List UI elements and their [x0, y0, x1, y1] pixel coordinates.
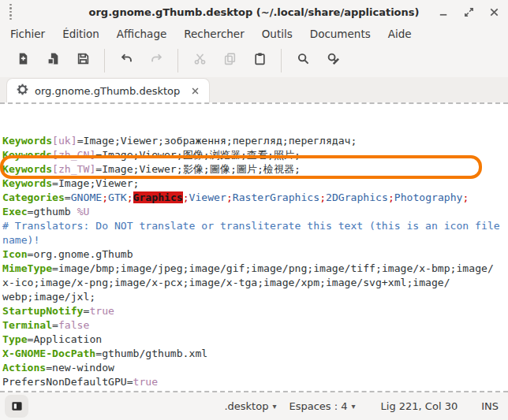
side-panel-toggle-button[interactable]: [5, 395, 28, 418]
redo-icon: [150, 52, 163, 69]
side-panel-icon: [11, 400, 23, 412]
code-line: Keywords[uk]=Image;Viewer;зображення;пер…: [2, 134, 508, 148]
toolbar-separator: [177, 49, 178, 72]
copy-button[interactable]: [219, 50, 240, 71]
window-drag-handle-icon: [9, 4, 12, 20]
tab-width-selector[interactable]: Espaces : 4 ▾: [284, 397, 360, 415]
insert-mode-indicator: INS: [481, 400, 499, 412]
code-line: Keywords[zh_TW]=Image;Viewer;影像;圖像;圖片;檢視…: [2, 162, 508, 177]
close-icon[interactable]: [487, 6, 500, 18]
tab-close-icon[interactable]: [191, 87, 200, 95]
toolbar-separator: [281, 49, 282, 72]
code-line: Terminal=false: [2, 318, 508, 333]
status-right: .desktop ▾ Espaces : 4 ▾ Lig 221, Col 30…: [219, 397, 499, 415]
open-document-icon: [47, 52, 60, 69]
code-line: # Translators: Do NOT translate or trans…: [2, 219, 508, 233]
search-icon: [297, 52, 310, 69]
code-line: webp;image/jxl;: [2, 290, 508, 304]
code-line: Keywords=Image;Viewer;: [2, 177, 508, 191]
code-line: PrefersNonDefaultGPU=true: [2, 375, 508, 389]
tab-width-label: Espaces : 4: [289, 400, 347, 412]
menu-fichier[interactable]: Fichier: [2, 25, 54, 43]
language-label: .desktop: [224, 400, 268, 412]
copy-icon: [223, 52, 237, 69]
editor-content: Keywords[uk]=Image;Viewer;зображення;пер…: [2, 134, 508, 392]
chevron-down-icon: ▾: [272, 402, 276, 411]
new-document-button[interactable]: [13, 50, 33, 71]
code-line: Categories=GNOME;GTK;Graphics;Viewer;Ras…: [2, 191, 508, 205]
code-line: name)!: [2, 233, 508, 247]
minimize-icon[interactable]: [437, 6, 450, 18]
code-line: x-ico;image/x-png;image/x-pcx;image/x-tg…: [2, 276, 508, 290]
paste-button[interactable]: [249, 50, 270, 71]
title-bar: org.gnome.gThumb.desktop (~/.local/share…: [0, 0, 508, 24]
undo-icon: [120, 52, 133, 69]
text-editor-area[interactable]: Keywords[uk]=Image;Viewer;зображення;пер…: [0, 102, 508, 392]
code-line: StartupNotify=true: [2, 304, 508, 318]
code-line: [2, 389, 508, 392]
chevron-down-icon: ▾: [352, 402, 356, 411]
search-and-replace-icon: [327, 52, 340, 69]
save-document-icon: [77, 52, 90, 69]
cut-button[interactable]: [189, 50, 210, 71]
search-and-replace-button[interactable]: [323, 50, 343, 71]
new-document-icon: [17, 52, 30, 69]
status-bar: .desktop ▾ Espaces : 4 ▾ Lig 221, Col 30…: [0, 392, 508, 420]
code-line: MimeType=image/bmp;image/jpeg;image/gif;…: [2, 262, 508, 276]
tab-bar: org.gnome.gThumb.desktop: [0, 77, 508, 102]
window-controls: [437, 6, 500, 18]
language-selector[interactable]: .desktop ▾: [219, 397, 281, 415]
code-line: Icon=org.gnome.gThumb: [2, 247, 508, 262]
code-line: X-GNOME-DocPath=gthumb/gthumb.xml: [2, 347, 508, 361]
gear-icon: [17, 84, 28, 98]
tab-label: org.gnome.gThumb.desktop: [35, 85, 180, 97]
menu-aide[interactable]: Aide: [379, 25, 420, 43]
cursor-position: Lig 221, Col 30: [381, 400, 458, 412]
menu-bar: FichierÉditionAffichageRechercherOutilsD…: [0, 24, 508, 43]
code-line: Type=Application: [2, 333, 508, 347]
editor-window: org.gnome.gThumb.desktop (~/.local/share…: [0, 0, 508, 420]
code-line: Exec=gthumb %U: [2, 205, 508, 219]
toolbar-separator: [104, 49, 105, 72]
menu-rechercher[interactable]: Rechercher: [175, 25, 252, 43]
search-match-highlight: Graphics: [133, 191, 183, 203]
search-button[interactable]: [293, 50, 313, 71]
restore-window-icon[interactable]: [462, 6, 475, 18]
open-document-button[interactable]: [43, 50, 63, 71]
save-document-button[interactable]: [73, 50, 93, 71]
cut-icon: [193, 52, 207, 69]
menu-edition[interactable]: Édition: [54, 25, 108, 43]
paste-icon: [253, 52, 267, 69]
menu-affichage[interactable]: Affichage: [108, 25, 175, 43]
redo-button[interactable]: [146, 50, 166, 71]
menu-outils[interactable]: Outils: [253, 25, 301, 43]
undo-button[interactable]: [116, 50, 136, 71]
window-title: org.gnome.gThumb.desktop (~/.local/share…: [0, 6, 508, 18]
code-line: Actions=new-window: [2, 361, 508, 375]
menu-documents[interactable]: Documents: [301, 25, 379, 43]
tab-org-gnome-gthumb-desktop[interactable]: org.gnome.gThumb.desktop: [6, 78, 210, 102]
toolbar: [0, 43, 508, 77]
code-line: Keywords[zh_CN]=Image;Viewer;图像;浏览器;查看;照…: [2, 148, 508, 162]
